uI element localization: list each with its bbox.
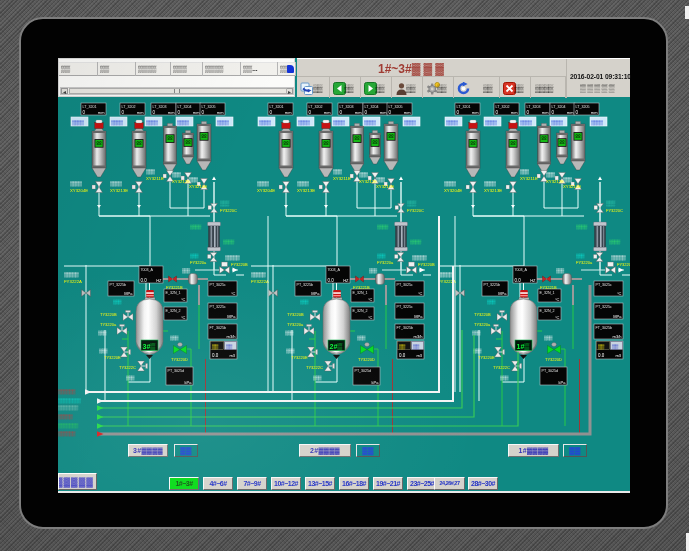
svg-text:▒▒▒▒▒▒▒: ▒▒▒▒▒▒▒ [58,405,79,411]
svg-text:▒▒▒▒▒▒: ▒▒▒▒▒▒ [58,431,76,437]
svg-text:▒▒▒▒▒: ▒▒▒▒▒ [58,414,73,420]
svg-text:2#▒: 2#▒ [330,343,343,351]
svg-text:▒▒▒▒▒▒: ▒▒▒▒▒▒ [58,389,76,395]
svg-text:▒▒▒▒▒▒▒: ▒▒▒▒▒▒▒ [58,423,79,429]
svg-text:3#▒: 3#▒ [143,343,156,351]
svg-text:1#▒: 1#▒ [517,343,530,351]
svg-text:▒▒▒▒▒▒▒▒: ▒▒▒▒▒▒▒▒ [58,398,82,404]
